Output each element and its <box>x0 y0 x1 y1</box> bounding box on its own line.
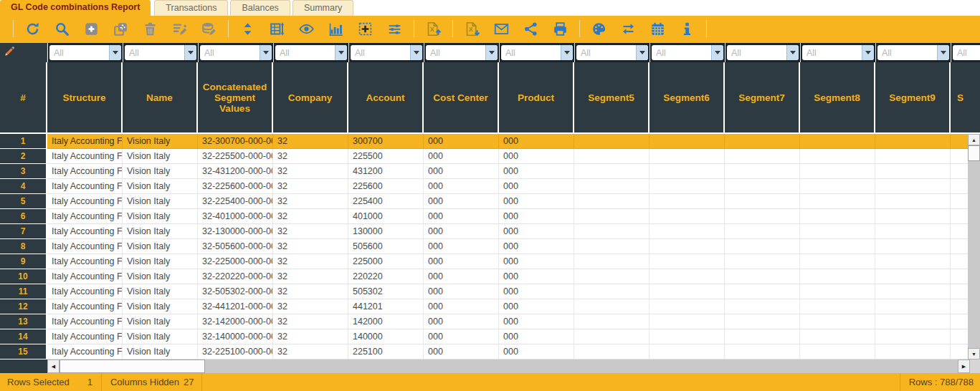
row-number[interactable]: 1 <box>0 134 47 149</box>
dropdown-arrow-button[interactable] <box>636 45 648 60</box>
table-row[interactable]: 13Italy Accounting FVision Italy32-14200… <box>0 314 968 329</box>
mass-update-button[interactable] <box>194 16 224 42</box>
filter-dropdown-segment6[interactable]: All <box>652 45 723 60</box>
chart-button[interactable] <box>321 16 351 42</box>
table-row[interactable]: 1Italy Accounting FVision Italy32-300700… <box>0 134 968 149</box>
filter-dropdown-structure[interactable]: All <box>49 45 121 60</box>
header-cost-center[interactable]: Cost Center <box>424 62 499 134</box>
row-number[interactable]: 13 <box>0 314 47 329</box>
pivot-button[interactable] <box>351 16 380 42</box>
row-number[interactable]: 14 <box>0 329 47 344</box>
filter-dropdown-segment8[interactable]: All <box>802 45 874 60</box>
tab-gl-code-combinations-report[interactable]: GL Code combinations Report <box>0 0 151 16</box>
row-number[interactable]: 7 <box>0 224 47 239</box>
dropdown-arrow-button[interactable] <box>786 45 799 60</box>
dropdown-arrow-button[interactable] <box>184 45 196 60</box>
dropdown-arrow-button[interactable] <box>260 45 272 60</box>
table-row[interactable]: 11Italy Accounting FVision Italy32-50530… <box>0 284 968 299</box>
print-button[interactable] <box>546 16 575 42</box>
table-row[interactable]: 2Italy Accounting FVision Italy32-225500… <box>0 149 968 164</box>
filter-edit-cell[interactable] <box>0 43 47 62</box>
filter-dropdown-name[interactable]: All <box>125 45 196 60</box>
excel-download-button[interactable]: X <box>457 16 487 42</box>
row-height-button[interactable] <box>262 16 292 42</box>
table-row[interactable]: 12Italy Accounting FVision Italy32-44120… <box>0 299 968 314</box>
header-segment5[interactable]: Segment5 <box>574 62 650 134</box>
vertical-scrollbar[interactable]: ▲ ▼ <box>968 134 980 359</box>
scroll-up-button[interactable]: ▲ <box>968 134 980 145</box>
column-visibility-button[interactable] <box>292 16 321 42</box>
delete-record-button[interactable] <box>135 16 165 42</box>
table-row[interactable]: 9Italy Accounting FVision Italy32-225000… <box>0 254 968 269</box>
swap-columns-button[interactable] <box>614 16 643 42</box>
dropdown-arrow-button[interactable] <box>561 45 573 60</box>
row-number[interactable]: 4 <box>0 179 47 194</box>
calendar-button[interactable] <box>643 16 672 42</box>
horizontal-scroll-thumb[interactable] <box>60 359 205 373</box>
filter-dropdown-partial[interactable]: All <box>953 45 980 60</box>
table-row[interactable]: 5Italy Accounting FVision Italy32-225400… <box>0 194 968 209</box>
filter-dropdown-account[interactable]: All <box>351 45 422 60</box>
search-button[interactable] <box>47 16 77 42</box>
table-row[interactable]: 10Italy Accounting FVision Italy32-22022… <box>0 269 968 284</box>
filter-dropdown-segment5[interactable]: All <box>576 45 648 60</box>
palette-button[interactable] <box>584 16 614 42</box>
horizontal-scrollbar[interactable]: ◀ ▶ <box>47 359 980 373</box>
header-structure[interactable]: Structure <box>47 62 123 134</box>
email-button[interactable] <box>487 16 516 42</box>
header-name[interactable]: Name <box>123 62 198 134</box>
dropdown-arrow-button[interactable] <box>410 45 422 60</box>
header-company[interactable]: Company <box>273 62 348 134</box>
row-number[interactable]: 5 <box>0 194 47 209</box>
header-product[interactable]: Product <box>499 62 574 134</box>
scroll-down-button[interactable]: ▼ <box>968 348 980 359</box>
dropdown-arrow-button[interactable] <box>937 45 949 60</box>
row-number[interactable]: 2 <box>0 149 47 164</box>
row-number[interactable]: 3 <box>0 164 47 179</box>
vertical-scroll-thumb[interactable] <box>968 145 980 161</box>
table-row[interactable]: 6Italy Accounting FVision Italy32-401000… <box>0 209 968 224</box>
dropdown-arrow-button[interactable] <box>485 45 498 60</box>
filter-dropdown-product[interactable]: All <box>501 45 573 60</box>
table-row[interactable]: 8Italy Accounting FVision Italy32-505600… <box>0 239 968 254</box>
header-row-number[interactable]: # <box>0 62 47 134</box>
tab-summary[interactable]: Summary <box>292 0 353 16</box>
filter-dropdown-concatenated-segment-values[interactable]: All <box>200 45 272 60</box>
header-partial-column[interactable]: S <box>951 62 980 134</box>
horizontal-scroll-track[interactable] <box>205 359 958 373</box>
header-account[interactable]: Account <box>348 62 424 134</box>
edit-records-button[interactable] <box>165 16 194 42</box>
dropdown-arrow-button[interactable] <box>335 45 347 60</box>
add-record-button[interactable] <box>77 16 106 42</box>
scroll-left-button[interactable]: ◀ <box>47 359 60 373</box>
dropdown-arrow-button[interactable] <box>862 45 874 60</box>
header-segment6[interactable]: Segment6 <box>650 62 725 134</box>
header-segment7[interactable]: Segment7 <box>725 62 800 134</box>
scroll-right-button[interactable]: ▶ <box>958 359 970 373</box>
row-number[interactable]: 10 <box>0 269 47 284</box>
row-number[interactable]: 15 <box>0 344 47 359</box>
table-row[interactable]: 15Italy Accounting FVision Italy32-22510… <box>0 344 968 359</box>
table-row[interactable]: 4Italy Accounting FVision Italy32-225600… <box>0 179 968 194</box>
row-number[interactable]: 12 <box>0 299 47 314</box>
dropdown-arrow-button[interactable] <box>711 45 723 60</box>
refresh-button[interactable] <box>18 16 47 42</box>
duplicate-record-button[interactable] <box>106 16 135 42</box>
table-row[interactable]: 7Italy Accounting FVision Italy32-130000… <box>0 224 968 239</box>
filter-dropdown-segment9[interactable]: All <box>877 45 949 60</box>
sort-button[interactable] <box>233 16 262 42</box>
info-button[interactable] <box>672 16 702 42</box>
header-segment9[interactable]: Segment9 <box>875 62 951 134</box>
header-segment8[interactable]: Segment8 <box>800 62 875 134</box>
table-row[interactable]: 3Italy Accounting FVision Italy32-431200… <box>0 164 968 179</box>
filter-settings-button[interactable] <box>380 16 409 42</box>
tab-balances[interactable]: Balances <box>230 0 290 16</box>
row-number[interactable]: 11 <box>0 284 47 299</box>
tab-transactions[interactable]: Transactions <box>154 0 228 16</box>
share-button[interactable] <box>516 16 546 42</box>
row-number[interactable]: 9 <box>0 254 47 269</box>
row-number[interactable]: 8 <box>0 239 47 254</box>
filter-dropdown-cost-center[interactable]: All <box>426 45 498 60</box>
excel-upload-button[interactable]: X <box>419 16 448 42</box>
dropdown-arrow-button[interactable] <box>109 45 121 60</box>
